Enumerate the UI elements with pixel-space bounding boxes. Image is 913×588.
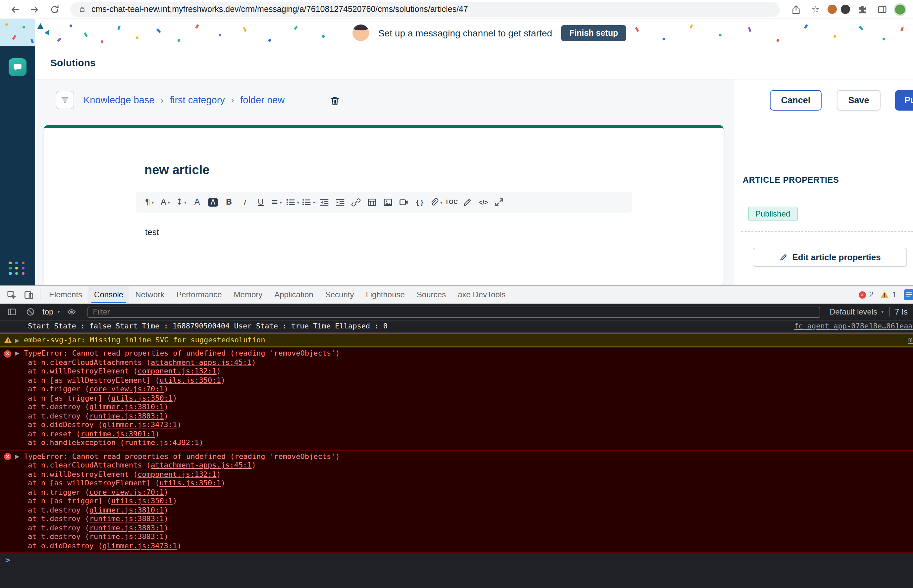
profile-avatar[interactable]	[894, 3, 907, 16]
outdent-icon[interactable]	[317, 195, 331, 210]
context-selector[interactable]: top ▾	[42, 307, 60, 317]
align-icon[interactable]: ≡▾	[270, 195, 283, 210]
address-bar[interactable]: cms-chat-teal-new.int.myfreshworks.dev/c…	[70, 2, 780, 17]
clear-console-icon[interactable]	[24, 305, 37, 318]
console-log-source-link[interactable]: fc_agent_app-078e18e…061eaa3	[794, 322, 913, 331]
toc-icon[interactable]: TOC	[445, 195, 458, 210]
devtools-tab-sources[interactable]: Sources	[411, 286, 452, 303]
app-switcher-icon[interactable]	[9, 261, 26, 275]
article-title[interactable]: new article	[144, 163, 209, 178]
stack-source-link[interactable]: component.js:132:1	[138, 367, 216, 375]
console-filter-input[interactable]	[87, 306, 820, 318]
stack-source-link[interactable]: attachment-apps.js:45:1	[151, 358, 252, 367]
font-size-icon[interactable]: A▾	[159, 195, 172, 210]
console-prompt[interactable]: >	[0, 553, 913, 567]
devtools-tab-network[interactable]: Network	[129, 286, 170, 303]
edit-article-properties-button[interactable]: Edit article properties	[753, 248, 907, 267]
devtools-extension-icon[interactable]	[904, 289, 913, 300]
stack-source-link[interactable]: core_view.js:70:1	[89, 385, 163, 393]
publish-button[interactable]: Publish	[895, 90, 913, 111]
devtools-tab-security[interactable]: Security	[319, 286, 360, 303]
devtools-tab-lighthouse[interactable]: Lighthouse	[360, 286, 410, 303]
devtools-tab-axe-devtools[interactable]: axe DevTools	[452, 286, 512, 303]
attachment-icon[interactable]: ▾	[429, 195, 443, 210]
insert-image-icon[interactable]	[381, 195, 395, 210]
stack-source-link[interactable]: component.js:132:1	[138, 470, 216, 478]
cancel-button[interactable]: Cancel	[770, 90, 822, 111]
setup-banner: Set up a messaging channel to get starte…	[0, 19, 913, 46]
side-panel-icon[interactable]	[874, 1, 890, 17]
stack-source-link[interactable]: runtime.js:3803:1	[89, 515, 163, 523]
save-button[interactable]: Save	[837, 90, 881, 111]
reload-button[interactable]	[46, 1, 62, 17]
stack-source-link[interactable]: glimmer.js:3473:1	[102, 420, 177, 429]
stack-source-link[interactable]: glimmer.js:3810:1	[89, 506, 163, 514]
app-logo-icon[interactable]	[9, 58, 26, 76]
site-security-icon[interactable]	[78, 5, 86, 13]
stack-source-link[interactable]: utils.js:350:1	[111, 497, 173, 505]
stack-source-link[interactable]: utils.js:350:1	[159, 479, 221, 487]
devtools-tab-elements[interactable]: Elements	[43, 286, 88, 303]
article-body[interactable]: test	[145, 227, 344, 254]
font-color-icon[interactable]: A	[190, 195, 204, 210]
stack-source-link[interactable]: runtime.js:3803:1	[89, 523, 163, 532]
console-errors: ×▶TypeError: Cannot read properties of u…	[0, 347, 913, 553]
extensions-puzzle-icon[interactable]	[854, 1, 870, 17]
extension-icon-dark[interactable]	[841, 5, 850, 14]
breadcrumb-link-1[interactable]: Knowledge base	[84, 95, 154, 105]
underline-icon[interactable]: U	[254, 195, 268, 210]
link-icon[interactable]	[349, 195, 363, 210]
insert-table-icon[interactable]	[365, 195, 379, 210]
share-icon[interactable]	[788, 1, 804, 17]
italic-icon[interactable]: I	[238, 195, 252, 210]
fullscreen-icon[interactable]	[492, 195, 506, 210]
stack-source-link[interactable]: utils.js:350:1	[111, 394, 173, 402]
inspect-element-icon[interactable]	[3, 286, 20, 303]
stack-source-link[interactable]: runtime.js:3803:1	[89, 412, 163, 420]
stack-source-link[interactable]: glimmer.js:3810:1	[89, 402, 163, 411]
stack-source-link[interactable]: runtime.js:3803:1	[89, 532, 163, 541]
bold-icon[interactable]: B	[222, 195, 236, 210]
filter-button[interactable]	[56, 91, 74, 109]
delete-folder-button[interactable]	[326, 92, 343, 109]
stack-source-link[interactable]: glimmer.js:3473:1	[102, 541, 177, 550]
stack-source-link[interactable]: runtime.js:3901:1	[81, 430, 155, 438]
forward-button[interactable]	[26, 1, 42, 17]
console-warning-row: ! ▶ ember-svg-jar: Missing inline SVG fo…	[0, 333, 913, 347]
highlight-color-icon[interactable]: A	[206, 195, 220, 210]
back-button[interactable]	[6, 1, 23, 17]
paragraph-format-icon[interactable]: ¶▾	[142, 195, 156, 210]
insert-video-icon[interactable]	[397, 195, 411, 210]
expand-arrow-icon[interactable]: ▶	[15, 336, 19, 346]
clear-formatting-icon[interactable]	[460, 195, 474, 210]
devtools-tab-application[interactable]: Application	[268, 286, 319, 303]
expand-arrow-icon[interactable]: ▶	[15, 349, 19, 358]
line-height-icon[interactable]: ↕▾	[174, 195, 188, 210]
stack-source-link[interactable]: runtime.js:4392:1	[124, 438, 199, 447]
code-braces-icon[interactable]: { }	[413, 195, 427, 210]
finish-setup-button[interactable]: Finish setup	[562, 25, 626, 41]
breadcrumb-link-2[interactable]: first category	[170, 95, 225, 105]
ordered-list-icon[interactable]: ▾	[286, 195, 299, 210]
devtools-tab-performance[interactable]: Performance	[170, 286, 228, 303]
stack-source-link[interactable]: utils.js:350:1	[159, 376, 221, 384]
unordered-list-icon[interactable]: ▾	[301, 195, 316, 210]
devtools-tab-console[interactable]: Console	[88, 286, 129, 303]
log-levels-dropdown[interactable]: Default levels ▾	[829, 307, 884, 317]
code-view-icon[interactable]: </>	[476, 195, 490, 210]
console-warning-source-link[interactable]: ma	[908, 335, 913, 345]
confetti-piece	[322, 35, 325, 38]
console-sidebar-icon[interactable]	[5, 305, 19, 318]
issues-count[interactable]: 7 Is	[895, 307, 908, 317]
stack-source-link[interactable]: core_view.js:70:1	[89, 488, 163, 496]
device-toolbar-icon[interactable]	[20, 286, 37, 303]
bookmark-star-icon[interactable]: ☆	[808, 1, 824, 17]
stack-source-link[interactable]: attachment-apps.js:45:1	[151, 461, 252, 470]
extension-icon-orange[interactable]	[827, 5, 837, 14]
devtools-status-badges[interactable]: × 2 ! 1	[858, 289, 913, 300]
devtools-tab-memory[interactable]: Memory	[228, 286, 269, 303]
breadcrumb-link-3[interactable]: folder new	[240, 95, 285, 105]
expand-arrow-icon[interactable]: ▶	[15, 452, 19, 461]
live-expression-eye-icon[interactable]	[65, 305, 78, 318]
indent-icon[interactable]	[333, 195, 347, 210]
